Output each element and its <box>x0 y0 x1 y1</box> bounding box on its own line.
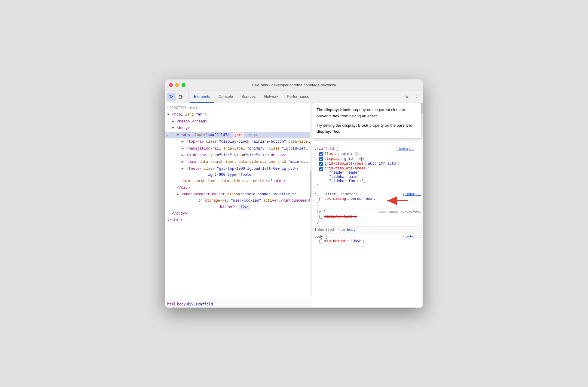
minimize-button[interactable] <box>175 83 179 87</box>
html-line-main[interactable]: ▶ <main data-search-inert data-side-nav-… <box>165 159 312 165</box>
close-button[interactable] <box>169 83 173 87</box>
css-prop-flex: flex : ▶ auto ; ℹ <box>314 152 421 156</box>
toolbar-icons <box>167 91 188 103</box>
css-selector-body[interactable]: body { <box>314 235 327 239</box>
html-line-head[interactable]: ▶ <head>…</head> <box>165 118 312 125</box>
css-checkbox-display-block[interactable] <box>319 215 323 219</box>
grid-layout-icon[interactable] <box>359 157 364 161</box>
css-rule-div-agent: div { user agent stylesheet display: blo… <box>312 209 423 227</box>
css-panel: .scaffold { (index):1 + flex : ▶ <box>312 145 423 308</box>
left-scrollbar[interactable] <box>310 103 312 296</box>
breadcrumb-divscaffold[interactable]: div.scaffold <box>187 302 213 306</box>
svg-rect-5 <box>359 159 361 161</box>
tabs: Elements Console Sources Network Perform… <box>190 91 403 103</box>
css-source-universal[interactable]: (index):1 <box>403 192 421 197</box>
html-line-div-close[interactable]: </div> <box>165 184 312 191</box>
css-source-scaffold[interactable]: (index):1 <box>396 147 414 151</box>
tab-console[interactable]: Console <box>214 91 237 103</box>
css-rule-scaffold: .scaffold { (index):1 + flex : ▶ <box>312 145 423 191</box>
device-toolbar-button[interactable] <box>177 93 185 101</box>
tab-sources[interactable]: Sources <box>237 91 260 103</box>
elements-panel: <!DOCTYPE html> ▼ <html lang="en"> ▶ <he… <box>165 103 312 308</box>
tab-network[interactable]: Network <box>260 91 283 103</box>
css-rule-universal: *, ::after, ::before { (index):1 box-siz… <box>312 191 423 209</box>
toolbar-end: ⋮ <box>403 91 421 103</box>
css-inherited-label: Inherited from body <box>312 227 423 234</box>
window-title: DevTools - developer.chrome.com/tags/dev… <box>252 83 336 87</box>
devtools-content: <!DOCTYPE html> ▼ <html lang="en"> ▶ <he… <box>165 103 423 308</box>
html-line-topnav[interactable]: ▶ <top-nav class="display-block hairline… <box>165 138 312 145</box>
html-tree: <!DOCTYPE html> ▼ <html lang="en"> ▶ <he… <box>165 103 312 301</box>
flex-info-icon[interactable]: ℹ <box>355 152 359 156</box>
tooltip-popup: The display: block property on the paren… <box>312 103 421 139</box>
svg-rect-6 <box>361 159 364 161</box>
css-checkbox-flex[interactable] <box>319 152 323 156</box>
html-line-html[interactable]: ▼ <html lang="en"> <box>165 111 312 118</box>
css-checkbox-display[interactable] <box>319 157 323 161</box>
inherited-from-body[interactable]: body <box>347 228 356 232</box>
breadcrumb-html[interactable]: html <box>167 302 176 306</box>
tab-elements[interactable]: Elements <box>190 91 214 103</box>
css-selector-div[interactable]: div { <box>314 210 325 214</box>
html-line-body[interactable]: ▼ <body> <box>165 125 312 132</box>
css-checkbox-grid-areas[interactable] <box>319 167 323 171</box>
more-options-button[interactable]: ⋮ <box>412 93 421 101</box>
html-line-html-close[interactable]: </html> <box>165 217 312 224</box>
svg-rect-3 <box>359 157 361 159</box>
fullscreen-button[interactable] <box>182 83 185 87</box>
svg-rect-4 <box>361 157 364 159</box>
svg-rect-1 <box>182 96 183 98</box>
devtools-toolbar: Elements Console Sources Network Perform… <box>165 91 423 103</box>
css-selector-universal[interactable]: *, ::after, ::before { <box>314 192 362 197</box>
css-prop-min-height: min-height : 100vh ; <box>314 239 421 244</box>
css-prop-grid-areas: grid-template-areas : "header header" "s… <box>314 166 421 184</box>
css-prop-display-block: display: block; <box>314 214 421 219</box>
css-checkbox-grid-rows[interactable] <box>319 162 323 166</box>
devtools-window: DevTools - developer.chrome.com/tags/dev… <box>165 79 423 308</box>
styles-panel: The display: block property on the paren… <box>312 103 423 308</box>
html-line-sidenav[interactable]: ▶ <side-nav type="site" view="site">…</s… <box>165 152 312 159</box>
left-scrollbar-thumb <box>310 171 311 198</box>
css-checkbox-boxsizing[interactable] <box>319 197 323 201</box>
css-prop-grid-rows: grid-template-rows : auto 1fr auto ; <box>314 161 421 166</box>
html-line-navrail[interactable]: ▶ <navigation-rail aria-label="primary" … <box>165 145 312 152</box>
html-line-footer[interactable]: ▶ <footer class="gap-top-1000 lg:pad-lef… <box>165 166 312 184</box>
css-rule-body: body { (index):1 min-height : 100vh ; <box>312 234 423 245</box>
css-checkbox-min-height[interactable] <box>319 240 323 243</box>
html-line-doctype[interactable]: <!DOCTYPE html> <box>165 105 312 111</box>
tab-performance[interactable]: Performance <box>283 91 313 103</box>
add-rule-button[interactable]: + <box>415 146 421 152</box>
css-prop-display-grid: display : grid ; <box>314 156 421 161</box>
html-line-div-scaffold[interactable]: … ▼ <div class="scaffold"> grid == $0 <box>165 132 312 139</box>
inspect-element-button[interactable] <box>167 93 176 101</box>
grid-badge[interactable]: grid <box>233 132 244 138</box>
svg-rect-0 <box>179 95 182 98</box>
user-agent-label: user agent stylesheet <box>379 210 421 214</box>
css-source-body[interactable]: (index):1 <box>403 235 421 239</box>
settings-button[interactable] <box>403 93 411 101</box>
html-line-body-close[interactable]: </body> <box>165 210 312 217</box>
breadcrumb-bar: html body div.scaffold <box>165 301 312 308</box>
titlebar: DevTools - developer.chrome.com/tags/dev… <box>165 79 423 91</box>
html-line-announcement[interactable]: ▶ <announcement-banner class="cookie-ban… <box>165 191 312 210</box>
traffic-lights <box>169 83 185 87</box>
css-selector-scaffold[interactable]: .scaffold { <box>314 147 338 151</box>
css-prop-boxsizing: box-sizing : border-box ; <box>314 197 421 201</box>
flex-badge[interactable]: flex <box>239 204 250 210</box>
breadcrumb-body[interactable]: body <box>177 302 186 306</box>
